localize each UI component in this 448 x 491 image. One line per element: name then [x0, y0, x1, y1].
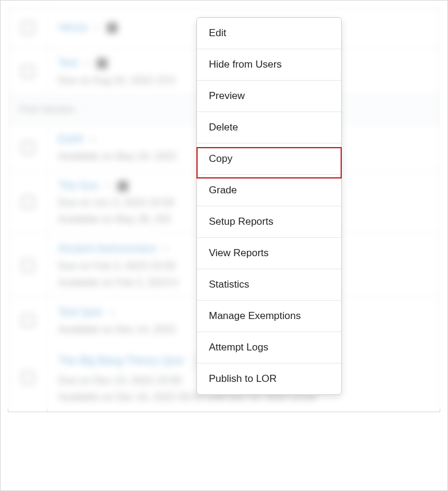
quiz-title: Venus [58, 21, 117, 33]
quiz-checkbox[interactable] [21, 196, 34, 209]
quiz-title-link[interactable]: Test [58, 57, 78, 69]
quiz-title: Earth [58, 133, 97, 145]
quiz-checkbox[interactable] [21, 141, 34, 154]
quiz-checkbox[interactable] [21, 65, 34, 78]
quiz-title: The Sun [58, 180, 128, 192]
menu-item-preview[interactable]: Preview [197, 81, 341, 112]
menu-item-edit[interactable]: Edit [197, 18, 341, 49]
menu-item-grade[interactable]: Grade [197, 175, 341, 206]
quiz-title-link[interactable]: The Big Bang Theory Quiz [58, 355, 184, 366]
chevron-down-icon[interactable] [84, 58, 91, 70]
menu-item-setup-reports[interactable]: Setup Reports [197, 206, 341, 238]
menu-item-delete[interactable]: Delete [197, 112, 341, 144]
context-menu: EditHide from UsersPreviewDeleteCopyGrad… [196, 17, 342, 395]
quiz-title-link[interactable]: Venus [58, 21, 88, 33]
menu-item-manage-exemptions[interactable]: Manage Exemptions [197, 301, 341, 332]
checkbox-cell [8, 7, 47, 48]
quiz-checkbox[interactable] [21, 314, 34, 327]
quiz-checkbox[interactable] [21, 259, 34, 272]
quiz-checkbox[interactable] [21, 371, 34, 384]
checkbox-cell [8, 171, 47, 234]
chevron-down-icon[interactable] [109, 307, 116, 319]
chevron-down-icon[interactable] [104, 180, 112, 192]
checkbox-cell [8, 298, 47, 344]
quiz-title: The Big Bang Theory Quiz [58, 355, 209, 366]
quiz-title-link[interactable]: Earth [58, 133, 84, 145]
quiz-title-link[interactable]: Ancient Astronomers [58, 243, 157, 254]
quiz-title: Test [58, 57, 107, 69]
chevron-down-icon[interactable] [90, 133, 97, 146]
checkbox-cell [8, 234, 47, 297]
checkbox-cell [8, 125, 47, 171]
checkbox-cell [8, 49, 47, 95]
menu-item-view-reports[interactable]: View Reports [197, 238, 341, 269]
menu-item-statistics[interactable]: Statistics [197, 269, 341, 301]
checkbox-cell [8, 344, 47, 412]
quiz-title-link[interactable]: Test Quiz [58, 306, 103, 318]
menu-item-copy[interactable]: Copy [197, 144, 341, 175]
quiz-status-icon [117, 181, 128, 192]
menu-item-publish-to-lor[interactable]: Publish to LOR [197, 364, 341, 394]
quiz-status-icon [107, 23, 117, 33]
quiz-checkbox[interactable] [21, 21, 34, 34]
quiz-status-icon [97, 58, 107, 69]
menu-item-attempt-logs[interactable]: Attempt Logs [197, 332, 341, 364]
chevron-down-icon[interactable] [163, 243, 170, 256]
quiz-title-link[interactable]: The Sun [58, 180, 99, 192]
chevron-down-icon[interactable] [94, 21, 101, 34]
menu-item-hide-from-users[interactable]: Hide from Users [197, 49, 341, 81]
quiz-title: Test Quiz [58, 306, 116, 318]
quiz-title: Ancient Astronomers [58, 243, 170, 254]
